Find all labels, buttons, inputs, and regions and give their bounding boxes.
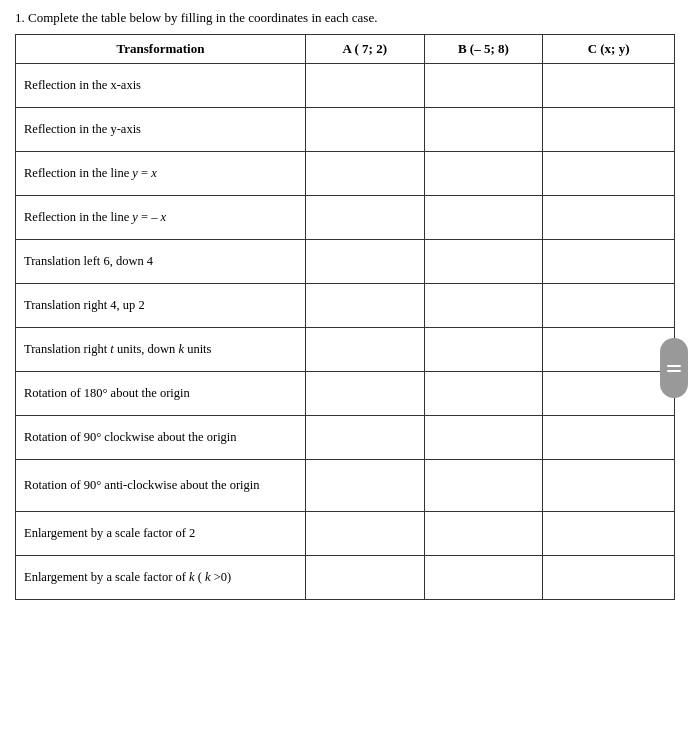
cell-label-row12: Enlargement by a scale factor of k ( k >… — [16, 556, 306, 600]
cell-c-row6[interactable] — [543, 284, 675, 328]
cell-a-row8[interactable] — [305, 372, 424, 416]
cell-c-row9[interactable] — [543, 416, 675, 460]
cell-c-row3[interactable] — [543, 152, 675, 196]
cell-label-row6: Translation right 4, up 2 — [16, 284, 306, 328]
cell-b-row6[interactable] — [424, 284, 543, 328]
cell-c-row12[interactable] — [543, 556, 675, 600]
cell-label-row5: Translation left 6, down 4 — [16, 240, 306, 284]
cell-a-row1[interactable] — [305, 64, 424, 108]
cell-label-row8: Rotation of 180° about the origin — [16, 372, 306, 416]
cell-b-row4[interactable] — [424, 196, 543, 240]
cell-a-row2[interactable] — [305, 108, 424, 152]
header-b: B (– 5; 8) — [424, 35, 543, 64]
cell-label-row1: Reflection in the x-axis — [16, 64, 306, 108]
cell-a-row3[interactable] — [305, 152, 424, 196]
table-row-row5: Translation left 6, down 4 — [16, 240, 675, 284]
table-row-row11: Enlargement by a scale factor of 2 — [16, 512, 675, 556]
transformation-table: Transformation A ( 7; 2) B (– 5; 8) C (x… — [15, 34, 675, 600]
cell-b-row5[interactable] — [424, 240, 543, 284]
table-row-row12: Enlargement by a scale factor of k ( k >… — [16, 556, 675, 600]
cell-c-row7[interactable] — [543, 328, 675, 372]
table-row-row2: Reflection in the y-axis — [16, 108, 675, 152]
cell-c-row11[interactable] — [543, 512, 675, 556]
table-row-row9: Rotation of 90° clockwise about the orig… — [16, 416, 675, 460]
cell-c-row4[interactable] — [543, 196, 675, 240]
scrollbar[interactable] — [660, 338, 688, 398]
cell-label-row7: Translation right t units, down k units — [16, 328, 306, 372]
table-row-row8: Rotation of 180° about the origin — [16, 372, 675, 416]
cell-c-row2[interactable] — [543, 108, 675, 152]
header-c: C (x; y) — [543, 35, 675, 64]
table-row-row6: Translation right 4, up 2 — [16, 284, 675, 328]
cell-a-row12[interactable] — [305, 556, 424, 600]
cell-b-row1[interactable] — [424, 64, 543, 108]
cell-a-row11[interactable] — [305, 512, 424, 556]
cell-b-row9[interactable] — [424, 416, 543, 460]
cell-a-row10[interactable] — [305, 460, 424, 512]
cell-a-row9[interactable] — [305, 416, 424, 460]
table-row-row4: Reflection in the line y = – x — [16, 196, 675, 240]
cell-label-row4: Reflection in the line y = – x — [16, 196, 306, 240]
header-transformation: Transformation — [16, 35, 306, 64]
table-row-row3: Reflection in the line y = x — [16, 152, 675, 196]
cell-b-row2[interactable] — [424, 108, 543, 152]
intro-text: 1. Complete the table below by filling i… — [15, 10, 675, 26]
cell-label-row11: Enlargement by a scale factor of 2 — [16, 512, 306, 556]
cell-label-row9: Rotation of 90° clockwise about the orig… — [16, 416, 306, 460]
cell-a-row5[interactable] — [305, 240, 424, 284]
cell-b-row8[interactable] — [424, 372, 543, 416]
table-row-row7: Translation right t units, down k units — [16, 328, 675, 372]
cell-b-row7[interactable] — [424, 328, 543, 372]
cell-b-row3[interactable] — [424, 152, 543, 196]
cell-c-row5[interactable] — [543, 240, 675, 284]
scrollbar-line-2 — [667, 370, 681, 372]
cell-a-row7[interactable] — [305, 328, 424, 372]
cell-a-row6[interactable] — [305, 284, 424, 328]
cell-a-row4[interactable] — [305, 196, 424, 240]
scrollbar-line-1 — [667, 365, 681, 367]
cell-b-row12[interactable] — [424, 556, 543, 600]
cell-c-row1[interactable] — [543, 64, 675, 108]
cell-label-row2: Reflection in the y-axis — [16, 108, 306, 152]
cell-label-row10: Rotation of 90° anti-clockwise about the… — [16, 460, 306, 512]
table-row-row10: Rotation of 90° anti-clockwise about the… — [16, 460, 675, 512]
table-row-row1: Reflection in the x-axis — [16, 64, 675, 108]
cell-b-row11[interactable] — [424, 512, 543, 556]
cell-label-row3: Reflection in the line y = x — [16, 152, 306, 196]
header-a: A ( 7; 2) — [305, 35, 424, 64]
cell-b-row10[interactable] — [424, 460, 543, 512]
cell-c-row8[interactable] — [543, 372, 675, 416]
cell-c-row10[interactable] — [543, 460, 675, 512]
